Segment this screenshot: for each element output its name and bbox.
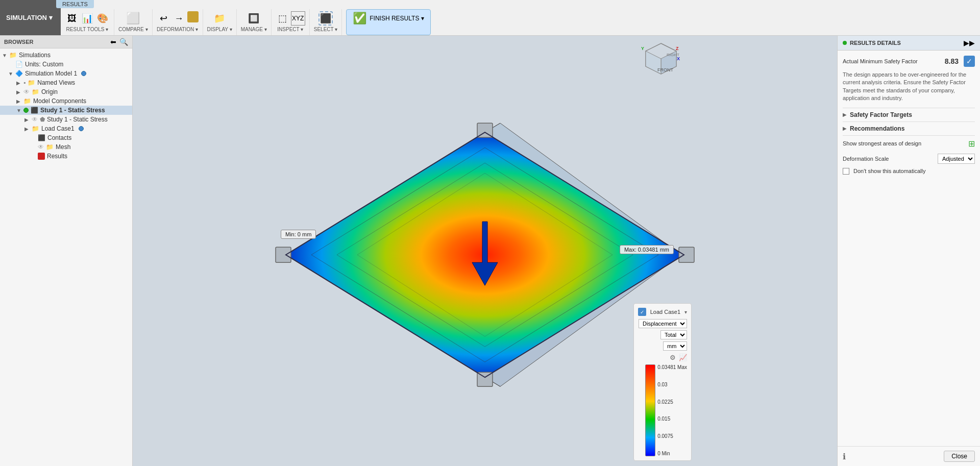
results-badge xyxy=(38,153,45,160)
scale-015: 0.015 xyxy=(657,416,687,422)
browser-title: BROWSER xyxy=(4,39,33,45)
tree-item-contacts[interactable]: ⬛ Contacts xyxy=(0,133,132,142)
safety-targets-label: Safety Factor Targets xyxy=(850,111,912,118)
dont-show-row: Don't show this automatically xyxy=(843,166,975,177)
result-tools-icon1: 🖼 xyxy=(65,11,79,26)
close-button[interactable]: Close xyxy=(944,451,975,462)
results-panel: RESULTS DETAILS ▶▶ Actual Minimum Safety… xyxy=(837,36,980,466)
axis-widget: Z X Y FRONT RIGHT xyxy=(638,41,684,87)
browser-tree: ▼ 📁 Simulations 📄 Units: Custom ▼ 🔷 Simu… xyxy=(0,48,132,466)
tree-item-origin[interactable]: ▶ 👁 📁 Origin xyxy=(0,87,132,96)
deform-scale-select[interactable]: Adjusted 1x Custom xyxy=(938,154,975,164)
display-icon: 📁 xyxy=(212,11,227,26)
tree-item-study-materials[interactable]: ▶ 👁 ⬟ Study 1 - Static Stress xyxy=(0,115,132,124)
select-label: SELECT ▾ xyxy=(314,27,338,32)
tree-item-load-case1[interactable]: ▶ 📁 Load Case1 xyxy=(0,124,132,133)
svg-text:Z: Z xyxy=(676,46,679,51)
finish-results-button[interactable]: ✅ FINISH RESULTS ▾ xyxy=(346,9,430,35)
loadcase-label: Load Case1 xyxy=(650,309,680,315)
tree-item-study1[interactable]: ▼ ⬛ Study 1 - Static Stress xyxy=(0,106,132,115)
folder3-icon: 📁 xyxy=(32,88,39,95)
legend-type-row[interactable]: Displacement xyxy=(639,319,687,328)
dont-show-checkbox[interactable] xyxy=(843,168,849,175)
mesh-vis-icon: 👁 xyxy=(38,143,44,151)
tree-item-units[interactable]: 📄 Units: Custom xyxy=(0,60,132,69)
loadcase-dot xyxy=(79,126,84,131)
gear-icon[interactable]: ⚙ xyxy=(670,354,676,361)
recommendations-label: Recommendations xyxy=(850,125,904,132)
study-green-dot xyxy=(23,108,29,113)
folder2-icon: 📁 xyxy=(28,79,35,86)
simulation-menu[interactable]: SIMULATION ▾ xyxy=(0,0,61,35)
tree-item-results[interactable]: Results xyxy=(0,152,132,161)
panel-content: Actual Minimum Safety Factor 8.83 ✓ The … xyxy=(838,51,980,446)
displacement-select[interactable]: Displacement xyxy=(639,319,687,328)
recommendations-section[interactable]: ▶ Recommendations xyxy=(843,121,975,135)
safety-check-badge: ✓ xyxy=(964,56,975,67)
result-tools-group[interactable]: 🖼 📊 🎨 RESULT TOOLS ▾ xyxy=(61,9,114,35)
show-strongest-row: Show strongest areas of design ⊞ xyxy=(843,135,975,152)
scale-0225: 0.0225 xyxy=(657,399,687,405)
deform-icon1: ↩ xyxy=(157,11,171,26)
safety-factor-targets-section[interactable]: ▶ Safety Factor Targets xyxy=(843,108,975,121)
display-label: DISPLAY ▾ xyxy=(207,27,232,32)
tree-item-named-views[interactable]: ▶ ▪ 📁 Named Views xyxy=(0,78,132,87)
svg-text:RIGHT: RIGHT xyxy=(667,53,679,57)
app-title: SIMULATION xyxy=(6,14,47,21)
recommendations-arrow: ▶ xyxy=(843,126,847,131)
deform-scale-label: Deformation Scale xyxy=(843,156,889,162)
scale-max: 0.03481 Max xyxy=(657,364,687,370)
svg-text:FRONT: FRONT xyxy=(657,67,673,72)
dont-show-label: Don't show this automatically xyxy=(853,168,926,174)
results-dot xyxy=(843,41,847,45)
grid-show-icon[interactable]: ⊞ xyxy=(968,139,975,149)
min-label: Min: 0 mm xyxy=(285,231,311,237)
legend-subtype-row[interactable]: Total xyxy=(660,330,687,339)
deformation-group[interactable]: ↩ → DEFORMATION ▾ xyxy=(153,9,203,35)
unit-select[interactable]: mm xyxy=(663,341,687,351)
tree-item-model-components[interactable]: ▶ 📁 Model Components xyxy=(0,96,132,106)
inspect-group[interactable]: ⬚ XYZ INSPECT ▾ xyxy=(272,9,310,35)
legend-unit-row[interactable]: mm xyxy=(663,341,687,351)
deformation-scale-row: Deformation Scale Adjusted 1x Custom xyxy=(843,152,975,166)
sim-icon: 🔷 xyxy=(15,70,23,77)
study-icon: ⬛ xyxy=(31,107,38,114)
legend-scale: 0.03481 Max 0.03 0.0225 0.015 0.0075 0 M… xyxy=(645,364,687,456)
panel-footer: ℹ Close xyxy=(838,446,980,466)
inspect-label: INSPECT ▾ xyxy=(277,27,303,32)
browser-search-icon[interactable]: 🔍 xyxy=(119,38,128,46)
svg-rect-5 xyxy=(276,247,291,262)
scale-min: 0 Min xyxy=(657,451,687,456)
results-tab[interactable]: RESULTS xyxy=(56,0,94,8)
deform-icon2: → xyxy=(172,11,186,26)
chart-icon[interactable]: 📈 xyxy=(679,354,687,361)
display-group[interactable]: 📁 DISPLAY ▾ xyxy=(203,9,237,35)
doc-icon: 📄 xyxy=(15,61,23,68)
safety-value: 8.83 xyxy=(945,57,959,65)
loadcase-badge: ✓ xyxy=(638,308,646,316)
manage-icon: 🔲 xyxy=(247,11,261,26)
result-tools-icon3: 🎨 xyxy=(95,11,110,26)
select-group[interactable]: ⬛ SELECT ▾ xyxy=(310,9,342,35)
finish-results-label: FINISH RESULTS ▾ xyxy=(370,15,424,22)
info-button[interactable]: ℹ xyxy=(843,452,846,461)
color-bar xyxy=(645,364,655,456)
show-strongest-label: Show strongest areas of design xyxy=(843,140,921,146)
tree-item-mesh[interactable]: 👁 📁 Mesh xyxy=(0,142,132,152)
svg-rect-6 xyxy=(679,247,694,262)
total-select[interactable]: Total xyxy=(660,330,687,339)
panel-expand-icon[interactable]: ▶▶ xyxy=(964,39,975,47)
sidebar: BROWSER ⬅ 🔍 ▼ 📁 Simulations 📄 Units: Cus… xyxy=(0,36,133,466)
browser-toggle-icon[interactable]: ⬅ xyxy=(110,38,116,46)
sim-model-dot xyxy=(81,71,86,76)
tree-item-sim-model[interactable]: ▼ 🔷 Simulation Model 1 xyxy=(0,69,132,78)
manage-group[interactable]: 🔲 MANAGE ▾ xyxy=(237,9,272,35)
select-icon: ⬛ xyxy=(318,11,333,26)
deform-icon3 xyxy=(187,11,199,22)
scale-03: 0.03 xyxy=(657,382,687,387)
info-text: The design appears to be over-engineered… xyxy=(843,71,975,103)
compare-group[interactable]: ⬜ COMPARE ▾ xyxy=(114,9,153,35)
tree-item-simulations[interactable]: ▼ 📁 Simulations xyxy=(0,51,132,60)
safety-targets-arrow: ▶ xyxy=(843,112,847,117)
safety-factor-row: Actual Minimum Safety Factor 8.83 ✓ xyxy=(843,56,975,67)
